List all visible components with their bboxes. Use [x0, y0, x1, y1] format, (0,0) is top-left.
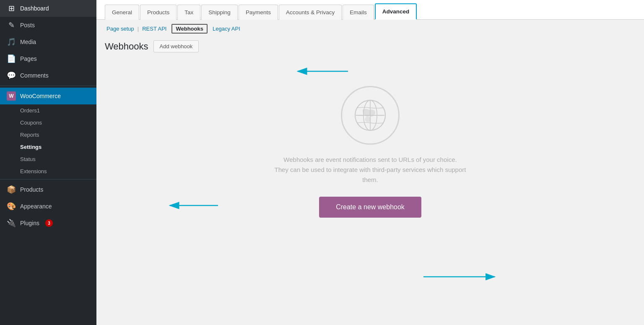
empty-text-line2: They can be used to integrate with third…: [275, 166, 466, 183]
sidebar-label-products: Products: [20, 186, 43, 193]
tab-general[interactable]: General: [105, 5, 139, 20]
tab-accounts[interactable]: Accounts & Privacy: [279, 5, 342, 20]
sidebar-item-coupons[interactable]: Coupons: [0, 117, 96, 129]
tab-tax[interactable]: Tax: [177, 5, 200, 20]
dashboard-icon: ⊞: [7, 4, 16, 13]
globe-icon: [351, 96, 389, 134]
webhooks-header: Webhooks Add webhook: [96, 38, 644, 61]
sidebar-label-dashboard: Dashboard: [20, 5, 49, 12]
comments-icon: 💬: [7, 71, 16, 80]
products-icon: 📦: [7, 185, 16, 194]
media-icon: 🎵: [7, 37, 16, 47]
subtab-rest-api[interactable]: REST API: [140, 25, 168, 33]
sidebar-label-orders: Orders: [20, 107, 37, 114]
sidebar-label-reports: Reports: [20, 132, 39, 138]
sidebar-item-dashboard[interactable]: ⊞ Dashboard: [0, 0, 96, 17]
empty-state: Webhooks are event notifications sent to…: [96, 61, 644, 234]
tab-advanced[interactable]: Advanced: [375, 3, 417, 20]
sidebar-label-extensions: Extensions: [20, 168, 47, 174]
tab-payments[interactable]: Payments: [239, 5, 278, 20]
subtab-webhooks[interactable]: Webhooks: [171, 24, 208, 34]
sidebar-label-pages: Pages: [20, 55, 37, 62]
sub-tabs-bar: Page setup | REST API Webhooks Legacy AP…: [96, 20, 644, 38]
sidebar-item-settings[interactable]: Settings: [0, 141, 96, 153]
orders-badge: 1: [37, 107, 40, 114]
tabs-bar: General Products Tax Shipping Payments A…: [96, 0, 644, 20]
empty-state-text: Webhooks are event notifications sent to…: [270, 155, 471, 185]
sidebar-label-comments: Comments: [20, 72, 49, 79]
sidebar-label-coupons: Coupons: [20, 120, 42, 126]
sidebar-item-reports[interactable]: Reports: [0, 129, 96, 141]
sidebar-label-plugins: Plugins: [20, 220, 39, 226]
main-content: General Products Tax Shipping Payments A…: [96, 0, 644, 325]
sidebar-item-plugins[interactable]: 🔌 Plugins 3: [0, 215, 96, 231]
sidebar-label-settings: Settings: [20, 144, 42, 150]
sidebar-item-orders[interactable]: Orders 1: [0, 104, 96, 117]
sidebar-label-media: Media: [20, 39, 36, 45]
create-webhook-button[interactable]: Create a new webhook: [319, 197, 421, 218]
plugins-icon: 🔌: [7, 218, 16, 228]
sidebar-item-products[interactable]: 📦 Products: [0, 181, 96, 198]
sidebar-item-woocommerce[interactable]: W WooCommerce: [0, 88, 96, 104]
tab-products[interactable]: Products: [140, 5, 177, 20]
sidebar-label-posts: Posts: [20, 22, 35, 29]
sidebar-item-media[interactable]: 🎵 Media: [0, 34, 96, 50]
webhooks-title: Webhooks: [105, 41, 148, 52]
tab-emails[interactable]: Emails: [343, 5, 374, 20]
appearance-icon: 🎨: [7, 202, 16, 211]
pages-icon: 📄: [7, 54, 16, 63]
tab-shipping[interactable]: Shipping: [201, 5, 238, 20]
subtab-legacy-api[interactable]: Legacy API: [211, 25, 242, 33]
sidebar-item-status[interactable]: Status: [0, 153, 96, 165]
sidebar-item-extensions[interactable]: Extensions: [0, 165, 96, 177]
subtab-page-setup[interactable]: Page setup: [105, 25, 136, 33]
empty-text-line1: Webhooks are event notifications sent to…: [283, 156, 457, 163]
woocommerce-icon: W: [7, 91, 16, 101]
globe-icon-container: [341, 86, 400, 145]
sidebar-label-appearance: Appearance: [20, 203, 52, 210]
sidebar: ⊞ Dashboard ✎ Posts 🎵 Media 📄 Pages 💬 Co…: [0, 0, 96, 325]
sidebar-item-pages[interactable]: 📄 Pages: [0, 50, 96, 67]
plugins-badge: 3: [45, 219, 53, 227]
sidebar-item-posts[interactable]: ✎ Posts: [0, 17, 96, 34]
sidebar-item-comments[interactable]: 💬 Comments: [0, 67, 96, 84]
sidebar-label-status: Status: [20, 156, 36, 162]
sidebar-item-appearance[interactable]: 🎨 Appearance: [0, 198, 96, 215]
sidebar-label-woocommerce: WooCommerce: [20, 93, 61, 99]
add-webhook-button[interactable]: Add webhook: [153, 40, 199, 52]
posts-icon: ✎: [7, 21, 16, 30]
